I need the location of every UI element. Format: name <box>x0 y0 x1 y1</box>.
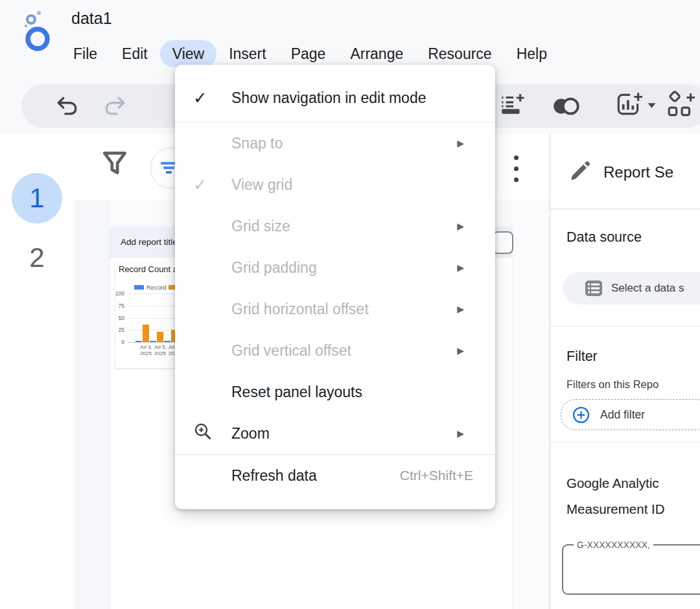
menu-item-grid-horizontal-offset[interactable]: Grid horizontal offset ▶ <box>175 288 495 330</box>
document-title[interactable]: data1 <box>71 9 112 28</box>
plus-circle-icon <box>572 406 590 426</box>
panel-title: Report Se <box>603 163 673 181</box>
menu-item-view-grid[interactable]: ✓ View grid <box>175 164 495 205</box>
add-filter-button[interactable]: Add filter <box>561 399 700 430</box>
menu-view[interactable]: View <box>160 40 216 67</box>
menu-item-grid-size[interactable]: Grid size ▶ <box>175 205 495 247</box>
select-data-source-button[interactable]: Select a data s <box>563 272 700 304</box>
menu-edit[interactable]: Edit <box>110 40 160 67</box>
page-thumbnail-1[interactable]: 1 <box>12 173 62 224</box>
menu-help[interactable]: Help <box>504 40 559 67</box>
page-thumbnail-2[interactable]: 2 <box>0 242 74 273</box>
add-chart-caret-icon[interactable] <box>647 100 657 111</box>
submenu-arrow-icon: ▶ <box>457 428 464 439</box>
menu-item-grid-padding[interactable]: Grid padding ▶ <box>175 247 495 288</box>
section-divider <box>550 442 700 442</box>
y-tick-label: 0 <box>111 339 124 345</box>
submenu-arrow-icon: ▶ <box>457 262 464 273</box>
y-tick-label: 25 <box>111 327 124 333</box>
menu-file[interactable]: File <box>61 40 110 67</box>
menu-item-reset-panel-layouts[interactable]: Reset panel layouts <box>175 371 495 413</box>
filter-subtext: Filters on this Repo <box>566 378 659 391</box>
y-tick-label: 50 <box>111 315 124 321</box>
view-dropdown-menu: ✓ Show navigation in edit mode Snap to ▶… <box>175 65 495 509</box>
add-control-icon[interactable] <box>666 90 697 122</box>
zoom-in-icon <box>193 422 213 445</box>
add-chart-icon[interactable] <box>614 90 644 122</box>
submenu-arrow-icon: ▶ <box>457 138 464 148</box>
bar <box>135 341 142 343</box>
menu-item-grid-vertical-offset[interactable]: Grid vertical offset ▶ <box>175 330 495 371</box>
menu-item-snap-to[interactable]: Snap to ▶ <box>175 122 495 164</box>
ga-measurement-id-input[interactable] <box>570 551 700 584</box>
submenu-arrow-icon: ▶ <box>457 221 464 231</box>
data-table-icon <box>585 279 603 300</box>
submenu-arrow-icon: ▶ <box>457 345 464 356</box>
filter-heading: Filter <box>566 349 598 365</box>
select-data-source-label: Select a data s <box>611 272 684 304</box>
section-divider <box>550 326 700 327</box>
looker-studio-logo-icon[interactable] <box>18 9 58 53</box>
menu-resource[interactable]: Resource <box>415 40 504 67</box>
redo-icon[interactable] <box>102 93 127 121</box>
ga-heading-line2: Measurement ID <box>566 501 665 517</box>
pages-sidebar: 1 2 <box>0 133 75 609</box>
bar <box>164 341 170 343</box>
panel-header: Report Se <box>550 133 700 209</box>
bar <box>157 332 163 343</box>
y-tick-label: 100 <box>111 290 124 297</box>
checkmark-icon: ✓ <box>193 175 207 195</box>
menu-item-refresh-data[interactable]: Refresh data Ctrl+Shift+E <box>175 455 495 496</box>
blend-data-icon[interactable] <box>550 94 581 121</box>
menu-insert[interactable]: Insert <box>216 40 279 67</box>
y-tick-label: 75 <box>111 303 124 309</box>
menu-arrange[interactable]: Arrange <box>338 40 415 67</box>
ga-heading-line1: Google Analytic <box>566 476 659 491</box>
add-filter-label: Add filter <box>600 400 645 430</box>
menubar: File Edit View Insert Page Arrange Resou… <box>61 40 559 68</box>
add-data-icon[interactable] <box>498 91 525 121</box>
undo-icon[interactable] <box>55 93 80 121</box>
bar <box>143 325 149 342</box>
checkmark-icon: ✓ <box>193 88 207 108</box>
keyboard-shortcut: Ctrl+Shift+E <box>400 468 473 483</box>
report-settings-panel: Report Se Data source Select a data s Fi… <box>550 133 700 609</box>
filter-funnel-icon[interactable] <box>101 149 128 181</box>
menu-page[interactable]: Page <box>279 40 338 67</box>
canvas-margin <box>74 200 110 609</box>
menu-item-show-navigation-in-edit-mode[interactable]: ✓ Show navigation in edit mode <box>175 74 495 122</box>
data-source-heading: Data source <box>566 229 642 246</box>
more-options-button[interactable] <box>512 155 520 187</box>
submenu-arrow-icon: ▶ <box>457 304 464 314</box>
edit-pencil-icon <box>568 161 590 185</box>
bar <box>150 341 156 343</box>
ga-field-label: G-XXXXXXXXXX, <box>574 540 653 550</box>
menu-item-zoom[interactable]: Zoom ▶ <box>175 413 495 454</box>
looker-studio-app: data1 File Edit View Insert Page Arrange… <box>0 0 700 609</box>
ga-measurement-id-field: G-XXXXXXXXXX, <box>562 544 700 595</box>
page-number: 1 <box>29 183 44 214</box>
